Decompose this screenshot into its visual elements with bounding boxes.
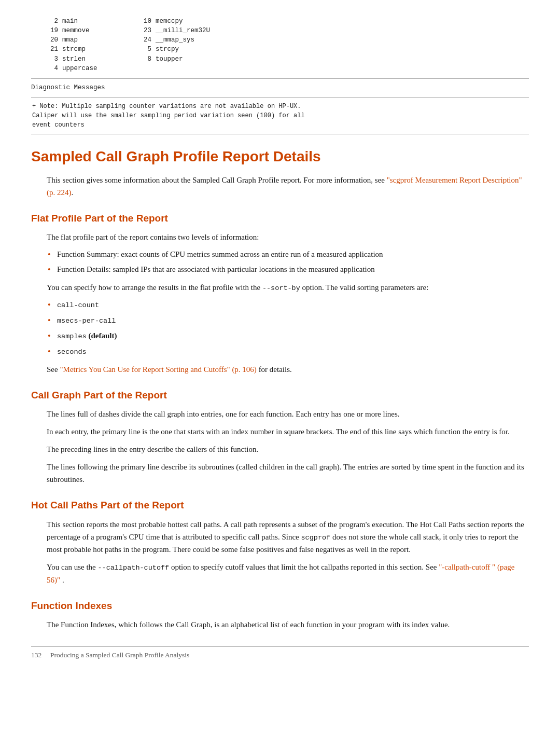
code-num: 23 — [140, 26, 151, 35]
footer: 132 Producing a Sampled Call Graph Profi… — [31, 646, 529, 660]
code-row: 10memccpy — [140, 17, 210, 26]
code-num: 4 — [47, 64, 58, 73]
code-row: 24__mmap_sys — [140, 35, 210, 45]
hcp-para2-end: . — [60, 576, 64, 584]
code-row: 19memmove — [47, 26, 109, 35]
sort-param-msecs: msecs-per-call — [57, 314, 529, 327]
intro-paragraph: This section gives some information abou… — [31, 174, 529, 199]
footer-page-num: 132 — [31, 651, 41, 659]
code-name: __milli_rem32U — [156, 26, 210, 35]
call-graph-para2: In each entry, the primary line is the o… — [31, 425, 529, 438]
hot-call-paths-para1: This section reports the most probable h… — [31, 518, 529, 556]
diagnostic-label: Diagnostic Messages — [31, 83, 529, 93]
code-name: __mmap_sys — [156, 35, 194, 45]
intro-text: This section gives some information abou… — [47, 176, 387, 184]
call-graph-title: Call Graph Part of the Report — [31, 388, 529, 403]
code-name: toupper — [156, 54, 183, 64]
diagnostic-note: + Note: Multiple sampling counter variat… — [31, 102, 529, 130]
code-num: 10 — [140, 17, 151, 26]
call-graph-para1: The lines full of dashes divide the call… — [31, 408, 529, 420]
sort-msecs-code: msecs-per-call — [57, 317, 116, 325]
scgprof-code: scgprof — [301, 534, 330, 542]
divider-2 — [31, 97, 529, 98]
code-num: 24 — [140, 35, 151, 45]
code-row: 4uppercase — [47, 64, 109, 73]
code-name: strcpy — [156, 45, 179, 54]
code-table: 2main19memmove20mmap21strcmp3strlen4uppe… — [31, 16, 529, 74]
bullet-function-details: Function Details: sampled IPs that are a… — [57, 264, 529, 275]
call-graph-para4: The lines following the primary line des… — [31, 461, 529, 486]
code-row: 2main — [47, 17, 109, 26]
code-num: 2 — [47, 17, 58, 26]
footer-text — [44, 651, 49, 659]
code-num: 3 — [47, 54, 58, 64]
flat-profile-bullets: Function Summary: exact counts of CPU me… — [31, 248, 529, 276]
code-name: main — [62, 17, 78, 26]
code-row: 3strlen — [47, 54, 109, 64]
code-row: 21strcmp — [47, 45, 109, 54]
sort-param-samples: samples (default) — [57, 330, 529, 342]
code-num: 8 — [140, 54, 151, 64]
code-name: strlen — [62, 54, 86, 64]
code-num: 21 — [47, 45, 58, 54]
sort-option-code: --sort-by — [262, 284, 300, 292]
see-metrics-para: See "Metrics You Can Use for Report Sort… — [31, 363, 529, 376]
sort-seconds-code: seconds — [57, 348, 87, 356]
hcp-para2-start: You can use the — [47, 563, 97, 571]
function-indexes-para: The Function Indexes, which follows the … — [31, 618, 529, 631]
sort-end-text: option. The valid sorting parameters are… — [300, 283, 429, 292]
sort-call-count-code: call-count — [57, 301, 99, 309]
code-col-2: 10memccpy23__milli_rem32U24__mmap_sys5st… — [140, 17, 210, 73]
code-row: 23__milli_rem32U — [140, 26, 210, 35]
see-metrics-link[interactable]: "Metrics You Can Use for Report Sorting … — [60, 365, 256, 374]
hot-call-paths-para2: You can use the --callpath-cutoff option… — [31, 561, 529, 586]
code-name: memccpy — [156, 17, 183, 26]
hcp-para2-mid: option to specify cutoff values that lim… — [169, 563, 439, 571]
code-section: 2main19memmove20mmap21strcmp3strlen4uppe… — [31, 16, 529, 134]
divider-1 — [31, 78, 529, 79]
code-name: mmap — [62, 35, 78, 45]
hot-call-paths-title: Hot Call Paths Part of the Report — [31, 498, 529, 513]
flat-profile-title: Flat Profile Part of the Report — [31, 211, 529, 226]
main-title: Sampled Call Graph Profile Report Detail… — [31, 146, 529, 168]
call-graph-para3: The preceding lines in the entry describ… — [31, 443, 529, 455]
code-num: 5 — [140, 45, 151, 54]
sort-intro-text: You can specify how to arrange the resul… — [47, 283, 262, 292]
note-line2: Caliper will use the smaller sampling pe… — [32, 112, 305, 119]
sort-params-list: call-count msecs-per-call samples (defau… — [31, 299, 529, 358]
code-num: 20 — [47, 35, 58, 45]
function-indexes-title: Function Indexes — [31, 599, 529, 614]
sort-default-label: (default) — [88, 331, 117, 340]
callpath-cutoff-code: --callpath-cutoff — [97, 564, 169, 572]
bullet-2-text: Function Details: sampled IPs that are a… — [57, 265, 375, 273]
sort-intro-para: You can specify how to arrange the resul… — [31, 281, 529, 294]
flat-profile-intro: The flat profile part of the report cont… — [31, 231, 529, 243]
see-text: See — [47, 365, 60, 374]
bullet-function-summary: Function Summary: exact counts of CPU me… — [57, 248, 529, 260]
code-name: strcmp — [62, 45, 86, 54]
code-row: 20mmap — [47, 35, 109, 45]
note-line1: + Note: Multiple sampling counter variat… — [32, 103, 301, 110]
footer-title: Producing a Sampled Call Graph Profile A… — [50, 651, 189, 659]
note-line3: event counters — [32, 121, 85, 129]
code-row: 8toupper — [140, 54, 210, 64]
code-name: memmove — [62, 26, 90, 35]
code-name: uppercase — [62, 64, 97, 73]
sort-param-seconds: seconds — [57, 346, 529, 358]
see-suffix: for details. — [257, 365, 292, 374]
bullet-1-text: Function Summary: exact counts of CPU me… — [57, 250, 383, 258]
divider-3 — [31, 134, 529, 134]
code-num: 19 — [47, 26, 58, 35]
sort-param-call-count: call-count — [57, 299, 529, 311]
code-row: 5strcpy — [140, 45, 210, 54]
code-col-1: 2main19memmove20mmap21strcmp3strlen4uppe… — [47, 17, 109, 73]
sort-samples-code: samples — [57, 333, 87, 340]
